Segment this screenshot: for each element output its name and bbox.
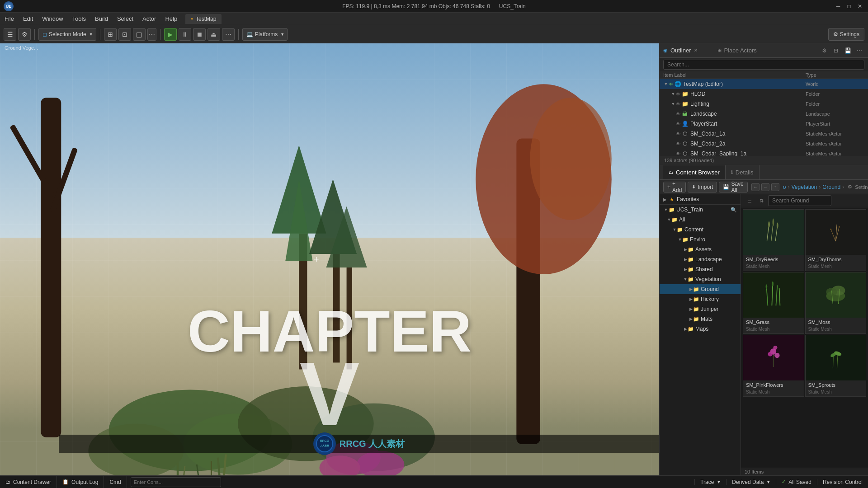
ft-item-3[interactable]: ▶ 📁 Assets (660, 244, 741, 254)
vis-eye[interactable]: 👁 (669, 82, 673, 87)
toolbar-snap-btn[interactable]: ⊞ (104, 28, 117, 41)
nav-up-btn[interactable]: ↑ (771, 183, 779, 191)
place-actors-tab[interactable]: ⊞ Place Actors (717, 47, 757, 54)
vis-eye[interactable]: 👁 (676, 151, 680, 156)
content-settings-btn[interactable]: ⚙ (848, 182, 852, 192)
outliner-item-4[interactable]: 👁 👤 PlayerStart PlayerStart (660, 119, 868, 129)
vis-eye[interactable]: 👁 (676, 131, 680, 136)
vis-eye[interactable]: 👁 (676, 141, 680, 146)
outliner-item-6[interactable]: 👁 ⬡ SM_Cedar_2a StaticMeshActor (660, 139, 868, 149)
toolbar-snap2-btn[interactable]: ⊡ (118, 28, 131, 41)
menu-file[interactable]: File (0, 14, 19, 24)
menu-help[interactable]: Help (160, 14, 182, 24)
nav-back-btn[interactable]: ← (751, 183, 760, 191)
play-button[interactable]: ▶ (164, 28, 177, 41)
cmd-btn[interactable]: Cmd (104, 476, 127, 488)
save-all-btn[interactable]: 💾 Save All (719, 182, 747, 192)
tree-expander[interactable]: ▼ (670, 92, 676, 96)
asset-card-0[interactable]: SM_DryReeds Static Mesh (743, 209, 804, 271)
filter-sort-btn[interactable]: ⇅ (756, 196, 766, 206)
ft-item-8[interactable]: ▶ 📁 Hickory (660, 294, 741, 304)
ft-item-2[interactable]: ▼ 📁 Enviro (660, 235, 741, 244)
map-tab[interactable]: ● TestMap (185, 14, 222, 24)
cmd-input[interactable] (131, 477, 221, 487)
ft-item-4[interactable]: ▶ 📁 Landscape (660, 254, 741, 264)
menu-select[interactable]: Select (113, 14, 138, 24)
import-btn[interactable]: ⬇ Import (688, 182, 717, 192)
menu-edit[interactable]: Edit (19, 14, 38, 24)
outliner-item-5[interactable]: 👁 ⬡ SM_Cedar_1a StaticMeshActor (660, 129, 868, 139)
eject-button[interactable]: ⏏ (208, 28, 220, 41)
all-saved-btn[interactable]: ✓ All Saved (776, 479, 817, 485)
outliner-save-btn[interactable]: 💾 (843, 46, 853, 56)
content-drawer-btn[interactable]: 🗂 Content Drawer (0, 476, 57, 488)
asset-card-3[interactable]: SM_Moss Static Mesh (805, 272, 867, 334)
output-log-btn[interactable]: 📋 Output Log (57, 476, 104, 488)
ft-root[interactable]: ▼ 📁 UCS_Train 🔍 (660, 205, 741, 215)
outliner-tab[interactable]: ◉ Outliner ✕ (663, 47, 698, 54)
tree-expander[interactable]: ▼ (670, 102, 676, 106)
outliner-more-btn[interactable]: ⋯ (854, 46, 864, 56)
asset-card-1[interactable]: SM_DryThorns Static Mesh (805, 209, 867, 271)
more-button[interactable]: ⋯ (222, 28, 235, 41)
ft-item-10[interactable]: ▶ 📁 Mats (660, 314, 741, 324)
filter-view-btn[interactable]: ☰ (745, 196, 755, 206)
ft-item-5[interactable]: ▶ 📁 Shared (660, 264, 741, 274)
revision-control-btn[interactable]: Revision Control (817, 479, 868, 485)
outliner-item-0[interactable]: ▼ 👁 🌐 TestMap (Editor) World (660, 79, 868, 89)
outliner-close[interactable]: ✕ (694, 48, 698, 53)
tree-item-type: StaticMeshActor (806, 151, 864, 156)
outliner-item-1[interactable]: ▼ 👁 📁 HLOD Folder (660, 89, 868, 99)
editor-settings-btn[interactable]: ⚙ Settings (828, 28, 864, 41)
ft-item-0[interactable]: ▼ 📁 All (660, 215, 741, 225)
selection-mode-btn[interactable]: ◻ Selection Mode ▼ (38, 28, 96, 41)
stop-button[interactable]: ⏹ (193, 28, 206, 41)
vis-eye[interactable]: 👁 (676, 102, 680, 107)
breadcrumb-vegetation[interactable]: Vegetation (791, 184, 817, 190)
toolbar-snap3-btn[interactable]: ◫ (133, 28, 146, 41)
nav-forward-btn[interactable]: → (761, 183, 769, 191)
maximize-button[interactable]: □ (844, 2, 854, 11)
content-browser-tab[interactable]: 🗂 Content Browser (663, 165, 726, 179)
minimize-button[interactable]: ─ (834, 2, 843, 11)
toolbar-expand-btn[interactable]: ☰ (4, 28, 16, 41)
breadcrumb-root[interactable]: o (783, 184, 786, 190)
platforms-btn[interactable]: 💻 Platforms ▼ (242, 28, 288, 41)
outliner-filter-btn[interactable]: ⚙ (819, 46, 829, 56)
toolbar-settings-btn[interactable]: ⚙ (18, 28, 31, 41)
outliner-item-2[interactable]: ▼ 👁 📁 Lighting Folder (660, 99, 868, 109)
ft-item-1[interactable]: ▼ 📁 Content (660, 225, 741, 235)
ft-item-6[interactable]: ▼ 📁 Vegetation (660, 274, 741, 284)
trace-btn[interactable]: Trace ▼ (694, 479, 726, 485)
outliner-item-3[interactable]: 👁 🏔 Landscape Landscape (660, 109, 868, 119)
breadcrumb-ground[interactable]: Ground (822, 184, 840, 190)
asset-card-4[interactable]: SM_PinkFlowers Static Mesh (743, 335, 804, 397)
vis-eye[interactable]: 👁 (676, 112, 680, 117)
menu-build[interactable]: Build (90, 14, 113, 24)
asset-card-5[interactable]: SM_Sprouts Static Mesh (805, 335, 867, 397)
content-search-input[interactable] (768, 195, 831, 206)
toolbar-more-btn[interactable]: ⋯ (147, 28, 156, 41)
viewport[interactable]: CHAPTER V RRCG 人人素材 RRCG 人人素材 Ground Veg… (0, 43, 659, 475)
asset-card-2[interactable]: SM_Grass Static Mesh (743, 272, 804, 334)
vis-eye[interactable]: 👁 (676, 92, 680, 97)
menu-tools[interactable]: Tools (68, 14, 90, 24)
pause-button[interactable]: ⏸ (179, 28, 191, 41)
menu-window[interactable]: Window (38, 14, 67, 24)
outliner-col-type: Type (806, 72, 864, 78)
ft-item-11[interactable]: ▶ 📁 Maps (660, 324, 741, 334)
details-tab[interactable]: ℹ Details (726, 165, 760, 179)
outliner-collapse-btn[interactable]: ⊟ (831, 46, 841, 56)
derived-data-btn[interactable]: Derived Data ▼ (726, 479, 776, 485)
ft-root-search[interactable]: 🔍 (731, 207, 737, 213)
ft-item-9[interactable]: ▶ 📁 Juniper (660, 304, 741, 314)
close-button[interactable]: ✕ (855, 2, 864, 11)
vis-eye[interactable]: 👁 (676, 122, 680, 127)
menu-actor[interactable]: Actor (138, 14, 160, 24)
add-btn[interactable]: + + Add (663, 182, 686, 192)
outliner-item-7[interactable]: 👁 ⬡ SM_Cedar_Sapling_1a StaticMeshActor (660, 149, 868, 156)
tree-expander[interactable]: ▼ (663, 82, 669, 86)
ft-item-7[interactable]: ▶ 📁 Ground (660, 284, 741, 294)
favorites-header[interactable]: ▶ ★ Favorites (660, 194, 741, 205)
outliner-search-input[interactable] (663, 60, 864, 70)
